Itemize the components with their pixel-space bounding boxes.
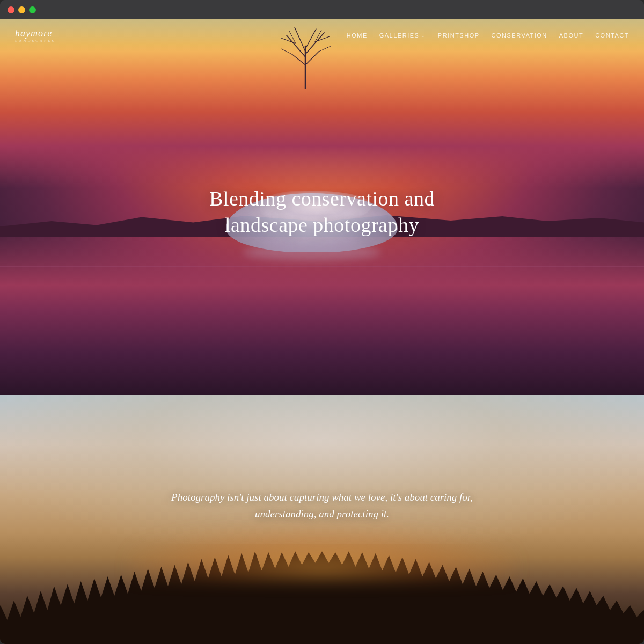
nav-links: HOME GALLERIES ⌄ PRINTSHOP CONSERVATION bbox=[347, 32, 629, 39]
close-button[interactable] bbox=[8, 6, 14, 13]
nav-galleries[interactable]: GALLERIES ⌄ bbox=[379, 32, 426, 39]
tree-silhouette bbox=[0, 537, 644, 644]
nav-about[interactable]: ABOUT bbox=[559, 32, 583, 39]
water-surface bbox=[0, 266, 644, 267]
nav-contact[interactable]: CONTACT bbox=[595, 32, 629, 39]
logo-sub: LANDSCAPES bbox=[15, 39, 55, 43]
nav-conservation[interactable]: CONSERVATION bbox=[492, 32, 547, 39]
title-bar bbox=[0, 0, 644, 19]
maximize-button[interactable] bbox=[29, 6, 36, 13]
quote-text: Photography isn't just about capturing w… bbox=[145, 489, 499, 522]
traffic-lights bbox=[8, 6, 36, 13]
second-section: Photography isn't just about capturing w… bbox=[0, 395, 644, 644]
hero-text: Blending conservation and landscape phot… bbox=[161, 186, 483, 239]
hero-title: Blending conservation and landscape phot… bbox=[161, 186, 483, 239]
svg-line-10 bbox=[305, 52, 319, 65]
nav-home[interactable]: HOME bbox=[347, 32, 368, 39]
logo[interactable]: haymore LANDSCAPES bbox=[15, 28, 55, 43]
hero-section: haymore LANDSCAPES HOME GALLERIES ⌄ PRIN… bbox=[0, 19, 644, 395]
logo-name: haymore bbox=[15, 28, 55, 38]
nav-printshop[interactable]: PRINTSHOP bbox=[438, 32, 480, 39]
navigation: haymore LANDSCAPES HOME GALLERIES ⌄ PRIN… bbox=[0, 19, 644, 52]
svg-line-9 bbox=[292, 54, 305, 65]
chevron-down-icon: ⌄ bbox=[421, 33, 426, 38]
browser-window: haymore LANDSCAPES HOME GALLERIES ⌄ PRIN… bbox=[0, 0, 644, 644]
website: haymore LANDSCAPES HOME GALLERIES ⌄ PRIN… bbox=[0, 19, 644, 644]
quote-container: Photography isn't just about capturing w… bbox=[145, 489, 499, 522]
browser-content: haymore LANDSCAPES HOME GALLERIES ⌄ PRIN… bbox=[0, 19, 644, 644]
minimize-button[interactable] bbox=[18, 6, 25, 13]
